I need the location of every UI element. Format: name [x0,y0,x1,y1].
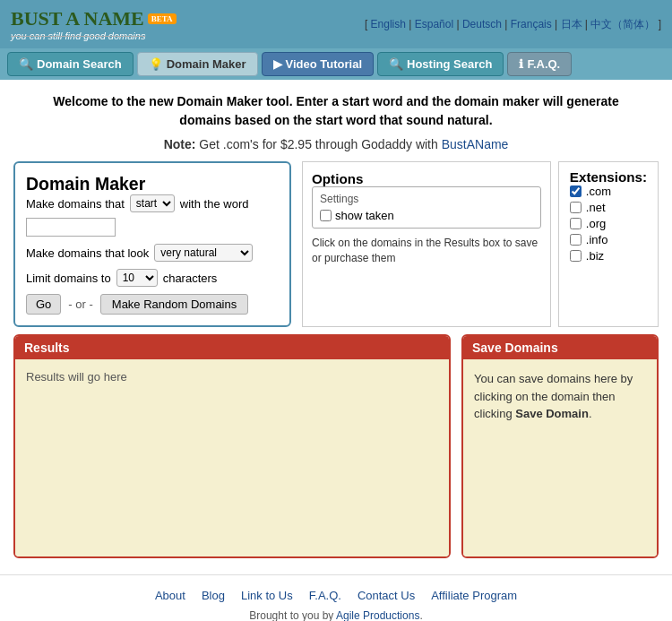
lang-chinese[interactable]: 中文（简体） [590,18,655,30]
video-icon: ▶ [273,57,282,71]
random-button[interactable]: Make Random Domains [100,294,248,315]
show-taken-label: show taken [335,209,394,222]
intro-section: Welcome to the new Domain Maker tool. En… [0,80,672,161]
domain-maker-actions: Go - or - Make Random Domains [26,294,279,315]
main-tool-area: Domain Maker Make domains that start end… [0,161,672,327]
ext-biz-checkbox[interactable] [570,250,582,262]
logo-tagline: you can still find good domains [11,30,177,41]
company-link[interactable]: Agile Productions [336,609,419,621]
row1-suffix: with the word [180,197,249,211]
ext-biz: .biz [570,249,647,263]
logo-label: BUST A NAME [11,7,144,30]
row3-prefix: Limit domains to [26,272,111,285]
ext-net: .net [570,201,647,214]
or-separator: - or - [68,298,92,311]
nav-faq-label: F.A.Q. [527,57,560,71]
header: BUST A NAME BETA you can still find good… [0,0,672,48]
footer-links: About Blog Link to Us F.A.Q. Contact Us … [13,589,659,602]
note-label: Note: [164,137,196,151]
nav-domain-maker[interactable]: 💡 Domain Maker [137,52,258,76]
footer-faq[interactable]: F.A.Q. [309,589,341,602]
settings-label: Settings [320,193,533,205]
ext-com: .com [570,185,647,198]
ext-info: .info [570,233,647,246]
nav-bar: 🔍 Domain Search 💡 Domain Maker ▶ Video T… [0,48,672,80]
start-word-input[interactable] [26,218,116,237]
domain-maker-row3: Limit domains to 10 8 12 15 20 any chara… [26,269,279,287]
footer-link-to-us[interactable]: Link to Us [241,589,293,602]
results-header: Results [15,336,449,359]
save-domains-content: You can save domains here by clicking on… [463,359,657,556]
nav-video-tutorial[interactable]: ▶ Video Tutorial [262,52,374,76]
lang-japanese[interactable]: 日本 [561,18,582,30]
options-note: Click on the domains in the Results box … [312,236,541,266]
ext-info-label: .info [586,233,608,246]
intro-note: Note: Get .com's for $2.95 through Godad… [18,135,654,154]
ext-org-label: .org [586,217,606,230]
nav-hosting-label: Hosting Search [407,57,492,71]
ext-com-label: .com [586,185,611,198]
beta-badge: BETA [148,13,177,24]
bulb-icon: 💡 [149,57,163,71]
ext-biz-label: .biz [586,249,604,263]
faq-icon: ℹ [519,57,523,71]
ext-org-checkbox[interactable] [570,218,582,229]
ext-net-checkbox[interactable] [570,202,582,213]
row2-prefix: Make domains that look [26,246,149,260]
domain-maker-row2: Make domains that look very natural natu… [26,244,279,262]
brought-by-label: Brought to you by [249,609,336,621]
logo: BUST A NAME BETA [11,7,177,30]
search-icon: 🔍 [19,57,33,71]
results-content: Results will go here [15,359,449,556]
extensions-title: Extensions: [570,169,647,185]
footer-blog[interactable]: Blog [202,589,225,602]
nav-domain-search-label: Domain Search [37,57,122,71]
domain-maker-row1: Make domains that start end with the wor… [26,194,279,237]
lang-deutsch[interactable]: Deutsch [462,18,502,30]
save-text-part2: . [589,407,592,420]
nav-domain-search[interactable]: 🔍 Domain Search [7,52,134,76]
options-title: Options [312,171,541,186]
hosting-icon: 🔍 [389,57,403,71]
lang-english[interactable]: English [371,18,406,30]
natural-select[interactable]: very natural natural somewhat natural an… [154,244,253,262]
extensions-box: Extensions: .com .net .org .info .biz [558,161,659,327]
lang-espanol[interactable]: Español [415,18,453,30]
footer: About Blog Link to Us F.A.Q. Contact Us … [0,574,672,621]
show-taken-checkbox[interactable] [320,210,332,221]
options-box: Options Settings show taken Click on the… [302,161,551,327]
footer-affiliate[interactable]: Affiliate Program [431,589,517,602]
save-text-bold: Save Domain [515,407,589,420]
save-domains-box: Save Domains You can save domains here b… [461,334,659,558]
footer-copyright: Brought to you by Agile Productions. Cop… [13,609,659,621]
language-bar: [ English | Español | Deutsch | Français… [365,17,661,32]
results-box: Results Results will go here [13,334,451,558]
settings-section: Settings show taken [312,186,541,229]
results-row: Results Results will go here Save Domain… [0,327,672,565]
logo-area: BUST A NAME BETA you can still find good… [11,7,177,41]
char-limit-select[interactable]: 10 8 12 15 20 any [116,269,158,287]
go-button[interactable]: Go [26,294,61,315]
nav-faq[interactable]: ℹ F.A.Q. [507,52,572,76]
row3-suffix: characters [163,272,218,285]
domain-maker-box: Domain Maker Make domains that start end… [13,161,291,327]
lang-francais[interactable]: Français [511,18,552,30]
save-domains-header: Save Domains [463,336,657,359]
nav-video-label: Video Tutorial [286,57,362,71]
ext-info-checkbox[interactable] [570,234,582,246]
ext-org: .org [570,217,647,230]
ext-net-label: .net [586,201,606,214]
godaddy-link[interactable]: BustAName [442,137,509,151]
nav-domain-maker-label: Domain Maker [167,57,246,71]
domain-maker-title: Domain Maker [26,174,279,194]
footer-about[interactable]: About [155,589,185,602]
footer-contact[interactable]: Contact Us [358,589,415,602]
nav-hosting-search[interactable]: 🔍 Hosting Search [377,52,504,76]
start-end-select[interactable]: start end [130,194,175,212]
row1-prefix: Make domains that [26,197,125,211]
results-placeholder: Results will go here [26,370,127,384]
intro-text: Welcome to the new Domain Maker tool. En… [18,92,654,130]
options-extensions-area: Options Settings show taken Click on the… [302,161,659,327]
ext-com-checkbox[interactable] [570,185,582,197]
show-taken-row: show taken [320,209,533,222]
